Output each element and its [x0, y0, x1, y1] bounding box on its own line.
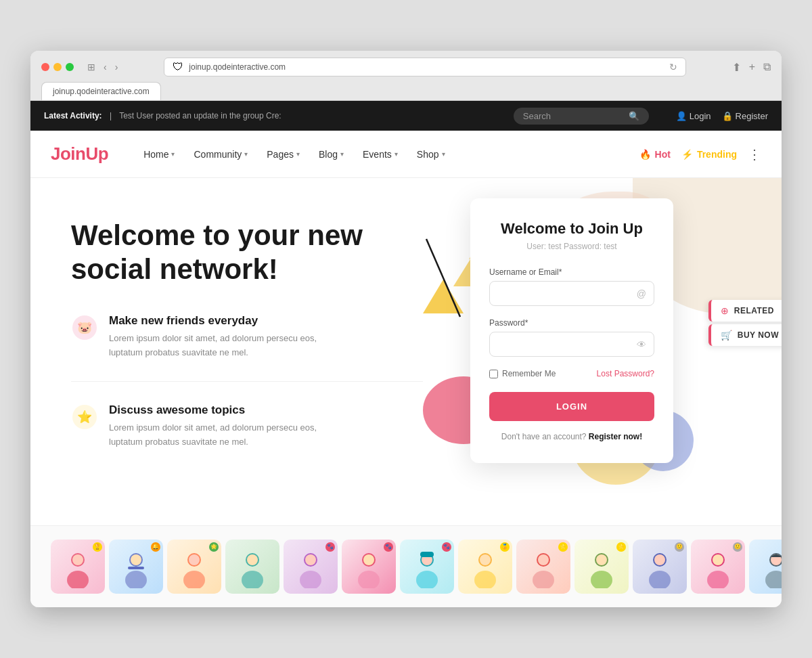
login-card-subtitle: User: test Password: test [489, 242, 654, 251]
svg-point-16 [183, 571, 205, 588]
svg-point-10 [72, 554, 83, 565]
share-icon[interactable]: ⬆ [732, 61, 741, 74]
svg-point-32 [474, 571, 496, 588]
svg-point-28 [416, 571, 438, 588]
nav-item-community[interactable]: Community ▾ [185, 144, 256, 165]
avatar-card[interactable]: 🐾 [400, 540, 454, 594]
feature-icon-topics: ⭐ [71, 403, 98, 431]
lost-password-link[interactable]: Lost Password? [597, 369, 654, 378]
svg-point-45 [713, 554, 723, 565]
tabs-overview-icon[interactable]: ⧉ [763, 61, 771, 74]
username-label: Username or Email* [489, 267, 654, 277]
feature-icon-friends: 🐷 [71, 314, 98, 341]
login-submit-button[interactable]: LOGIN [489, 392, 654, 421]
avatar-badge: 🌟 [209, 542, 219, 552]
nav-item-shop[interactable]: Shop ▾ [409, 144, 453, 165]
avatar-card[interactable]: 🏅 [458, 540, 512, 594]
avatar-badge: 🏅 [500, 542, 510, 552]
avatar-card[interactable]: 🐾 [342, 540, 396, 594]
chevron-down-icon: ▾ [442, 150, 445, 158]
avatar-card[interactable]: 🙂 [633, 540, 687, 594]
svg-point-23 [305, 554, 316, 565]
buy-now-widget-button[interactable]: 🛒 BUY NOW [708, 324, 782, 346]
close-button[interactable] [41, 63, 49, 71]
svg-point-17 [189, 554, 200, 565]
sidebar-toggle-icon[interactable]: ⊞ [87, 62, 95, 72]
hot-button[interactable]: 🔥 Hot [639, 149, 671, 160]
svg-point-20 [247, 554, 258, 565]
register-now-link[interactable]: Register now! [589, 432, 642, 441]
svg-point-35 [533, 571, 554, 588]
back-icon[interactable]: ‹ [104, 62, 107, 72]
related-widget-button[interactable]: ⊕ RELATED [708, 300, 782, 322]
avatar-badge: 🐾 [384, 542, 393, 552]
avatar-badge: 🐾 [442, 542, 451, 552]
remember-me-label[interactable]: Remember Me [489, 369, 556, 378]
chevron-down-icon: ▾ [171, 150, 175, 158]
reload-icon[interactable]: ↻ [669, 62, 677, 72]
chevron-down-icon: ▾ [340, 150, 344, 158]
url-text: joinup.qodeinteractive.com [189, 62, 286, 72]
password-input[interactable] [489, 332, 654, 357]
avatar-badge: 🙂 [675, 542, 684, 552]
avatar-card[interactable] [225, 540, 279, 594]
trending-button[interactable]: ⚡ Trending [681, 149, 737, 160]
feature-topics: ⭐ Discuss awesome topics Lorem ipsum dol… [71, 403, 423, 471]
eye-icon: 👁 [637, 339, 646, 350]
svg-point-13 [131, 554, 141, 565]
feature-friends: 🐷 Make new friends everyday Lorem ipsum … [71, 314, 423, 382]
svg-point-33 [480, 554, 491, 565]
login-card: Welcome to Join Up User: test Password: … [470, 198, 673, 463]
avatars-strip: 🏆 🔔 🌟 [30, 525, 782, 607]
more-options-button[interactable]: ⋮ [748, 146, 761, 162]
nav-item-pages[interactable]: Pages ▾ [258, 144, 308, 165]
new-tab-icon[interactable]: + [749, 61, 755, 74]
forward-icon[interactable]: › [115, 62, 118, 72]
svg-point-36 [538, 554, 549, 565]
login-card-title: Welcome to Join Up [489, 220, 654, 238]
svg-point-47 [765, 571, 782, 588]
lightning-icon: ⚡ [681, 149, 693, 160]
minimize-button[interactable] [53, 63, 62, 71]
search-input[interactable] [523, 111, 623, 121]
feature-desc-friends: Lorem ipsum dolor sit amet, ad dolorum p… [109, 332, 353, 360]
main-nav: Home ▾ Community ▾ Pages ▾ Blog ▾ Events… [135, 144, 639, 165]
avatar-card[interactable]: ⭐ [516, 540, 570, 594]
browser-tab[interactable]: joinup.qodeinteractive.com [41, 82, 161, 100]
avatar-card[interactable]: 🙂 [749, 540, 782, 594]
login-button[interactable]: 👤 Login [676, 111, 711, 121]
search-bar[interactable]: 🔍 [514, 108, 649, 125]
nav-item-home[interactable]: Home ▾ [135, 144, 183, 165]
buy-now-label: BUY NOW [738, 330, 779, 340]
avatar-card[interactable]: 🔔 [109, 540, 163, 594]
avatar-card[interactable]: 🌟 [167, 540, 221, 594]
avatar-card[interactable]: 🙂 [691, 540, 745, 594]
nav-item-blog[interactable]: Blog ▾ [311, 144, 352, 165]
username-input[interactable] [489, 281, 654, 306]
related-label: RELATED [734, 306, 774, 315]
svg-point-38 [591, 571, 612, 588]
address-bar[interactable]: 🛡 joinup.qodeinteractive.com ↻ [164, 58, 685, 76]
site-logo[interactable]: JoinUp [51, 144, 108, 164]
svg-point-22 [300, 571, 321, 588]
password-label: Password* [489, 318, 654, 328]
lock-icon: 🔒 [722, 111, 733, 121]
avatar-card[interactable]: 🏆 [51, 540, 105, 594]
svg-point-39 [596, 554, 607, 565]
avatar-card[interactable]: ⭐ [574, 540, 629, 594]
remember-me-checkbox[interactable] [489, 370, 498, 378]
avatar-card[interactable]: 🐾 [284, 540, 338, 594]
maximize-button[interactable] [66, 63, 74, 71]
hero-features: 🐷 Make new friends everyday Lorem ipsum … [71, 314, 423, 471]
avatar-badge: ⭐ [616, 542, 626, 552]
svg-point-41 [649, 571, 671, 588]
svg-point-42 [654, 554, 665, 565]
feature-title-friends: Make new friends everyday [109, 314, 353, 328]
svg-rect-30 [420, 552, 434, 557]
chevron-down-icon: ▾ [394, 150, 398, 158]
svg-text:⭐: ⭐ [77, 410, 93, 424]
username-field-wrap: @ [489, 281, 654, 306]
nav-item-events[interactable]: Events ▾ [355, 144, 406, 165]
chevron-down-icon: ▾ [244, 150, 248, 158]
register-button[interactable]: 🔒 Register [722, 111, 768, 121]
